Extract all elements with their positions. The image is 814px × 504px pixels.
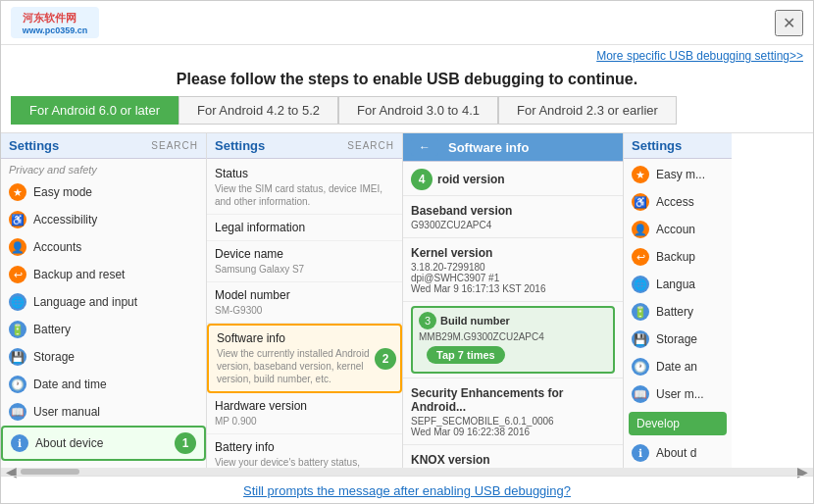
main-window: 河东软件网 www.pc0359.cn ✕ More specific USB … bbox=[0, 0, 814, 504]
col2-device-name[interactable]: Device name Samsung Galaxy S7 bbox=[207, 241, 402, 282]
scrollbar-thumb bbox=[21, 469, 79, 475]
col1-settings: Settings SEARCH Privacy and safety ★ Eas… bbox=[1, 133, 207, 468]
about-label: About device bbox=[35, 436, 168, 450]
col2-hardware-val: MP 0.900 bbox=[215, 415, 394, 428]
step4-row: 4 roid version bbox=[403, 164, 623, 192]
col3-list: 4 roid version Baseband version G9300ZCU… bbox=[403, 162, 623, 468]
col2-status-title: Status bbox=[215, 167, 394, 180]
col2-software-info[interactable]: Software info View the currently install… bbox=[207, 324, 402, 393]
backup-icon: ↩ bbox=[9, 266, 26, 283]
col4-battery[interactable]: 🔋 Battery bbox=[624, 298, 732, 326]
col4-date-icon: 🕐 bbox=[632, 358, 649, 376]
storage-icon: 💾 bbox=[9, 348, 26, 366]
kernel-title: Kernel version bbox=[403, 241, 623, 262]
accounts-icon: 👤 bbox=[9, 238, 26, 256]
accessibility-label: Accessibility bbox=[33, 213, 198, 227]
android-version-title: roid version bbox=[437, 173, 505, 186]
col1-search[interactable]: SEARCH bbox=[151, 140, 198, 151]
col2-model[interactable]: Model number SM-G9300 bbox=[207, 282, 402, 324]
datetime-label: Date and time bbox=[33, 378, 198, 391]
col2-battery-desc: View your device's battery status, remai… bbox=[215, 456, 394, 468]
col4-title: Settings bbox=[632, 138, 682, 153]
tab-android-6[interactable]: For Android 6.0 or later bbox=[11, 96, 178, 125]
list-item-usermanual[interactable]: 📖 User manual bbox=[1, 398, 206, 426]
col4-storage-label: Storage bbox=[656, 332, 724, 346]
col4-accounts[interactable]: 👤 Accoun bbox=[624, 216, 732, 243]
col4-date[interactable]: 🕐 Date an bbox=[624, 353, 732, 380]
col2-search[interactable]: SEARCH bbox=[347, 140, 394, 151]
col2-status[interactable]: Status View the SIM card status, device … bbox=[207, 161, 402, 215]
col2-header: Settings SEARCH bbox=[207, 133, 402, 159]
bottom-debug-link[interactable]: Still prompts the message after enabling… bbox=[1, 476, 813, 503]
col2-list: Status View the SIM card status, device … bbox=[207, 159, 402, 468]
titlebar: 河东软件网 www.pc0359.cn ✕ bbox=[1, 1, 813, 45]
list-item-backup[interactable]: ↩ Backup and reset bbox=[1, 261, 206, 288]
scrollbar-track[interactable] bbox=[21, 469, 793, 475]
divider1 bbox=[403, 195, 623, 196]
step1-badge: 1 bbox=[175, 432, 196, 454]
backup-label: Backup and reset bbox=[33, 268, 198, 281]
col2-status-desc: View the SIM card status, device IMEI, a… bbox=[215, 182, 394, 208]
col4-storage[interactable]: 💾 Storage bbox=[624, 326, 732, 353]
col4-about-icon: ℹ bbox=[632, 444, 649, 462]
tab-android-3[interactable]: For Android 3.0 to 4.1 bbox=[338, 96, 498, 125]
col4-backup-icon: ↩ bbox=[632, 248, 649, 266]
col4-lang-icon: 🌐 bbox=[632, 276, 649, 293]
columns-area: Settings SEARCH Privacy and safety ★ Eas… bbox=[1, 132, 813, 468]
build-header: 3 Build number bbox=[419, 312, 607, 329]
col4-user-label: User m... bbox=[656, 387, 724, 401]
list-item-accounts[interactable]: 👤 Accounts bbox=[1, 233, 206, 261]
easy-mode-label: Easy mode bbox=[33, 185, 198, 199]
col1-header: Settings SEARCH bbox=[1, 133, 206, 159]
tap7-badge: Tap 7 times bbox=[427, 346, 505, 364]
col4-list: ★ Easy m... ♿ Access 👤 Accoun ↩ Backup 🌐 bbox=[624, 159, 732, 468]
back-button[interactable]: ← bbox=[411, 138, 438, 156]
list-item-language[interactable]: 🌐 Language and input bbox=[1, 288, 206, 316]
knox-title: KNOX version bbox=[403, 448, 623, 468]
col4-about[interactable]: ℹ About d bbox=[624, 439, 732, 467]
col4-lang[interactable]: 🌐 Langua bbox=[624, 271, 732, 298]
col4-storage-icon: 💾 bbox=[632, 330, 649, 348]
list-item-storage[interactable]: 💾 Storage bbox=[1, 343, 206, 371]
tabs-row: For Android 6.0 or later For Android 4.2… bbox=[1, 96, 813, 132]
col4-access-label: Access bbox=[656, 195, 724, 209]
usermanual-label: User manual bbox=[33, 405, 198, 419]
list-item-easy-mode[interactable]: ★ Easy mode bbox=[1, 178, 206, 206]
col2-legal-title: Legal information bbox=[215, 221, 394, 234]
usb-debugging-link[interactable]: More specific USB debugging setting>> bbox=[1, 45, 813, 65]
tab-android-4[interactable]: For Android 4.2 to 5.2 bbox=[178, 96, 338, 125]
build-val: MMB29M.G9300ZCU2APC4 bbox=[419, 331, 607, 342]
col4-battery-icon: 🔋 bbox=[632, 303, 649, 321]
list-item-accessibility[interactable]: ♿ Accessibility bbox=[1, 206, 206, 233]
col2-battery-info[interactable]: Battery info View your device's battery … bbox=[207, 434, 402, 468]
col2-hardware[interactable]: Hardware version MP 0.900 bbox=[207, 393, 402, 434]
close-button[interactable]: ✕ bbox=[775, 10, 803, 36]
step2-badge: 2 bbox=[375, 348, 396, 370]
baseband-title: Baseband version bbox=[403, 199, 623, 220]
col4-user[interactable]: 📖 User m... bbox=[624, 380, 732, 408]
col1-title: Settings bbox=[9, 138, 59, 153]
accounts-label: Accounts bbox=[33, 240, 198, 254]
logo: 河东软件网 www.pc0359.cn bbox=[11, 7, 99, 38]
list-item-datetime[interactable]: 🕐 Date and time bbox=[1, 371, 206, 398]
col4-access[interactable]: ♿ Access bbox=[624, 188, 732, 216]
tab-android-2[interactable]: For Android 2.3 or earlier bbox=[498, 96, 677, 125]
col2-battery-title: Battery info bbox=[215, 440, 394, 454]
divider5 bbox=[403, 444, 623, 445]
language-label: Language and input bbox=[33, 295, 198, 309]
col2-title: Settings bbox=[215, 138, 265, 153]
col2-software-desc: View the currently installed Android ver… bbox=[217, 347, 373, 385]
main-title: Please follow the steps to enable USB de… bbox=[1, 65, 813, 96]
col4-easy[interactable]: ★ Easy m... bbox=[624, 161, 732, 188]
col4-backup[interactable]: ↩ Backup bbox=[624, 243, 732, 271]
col2-legal[interactable]: Legal information bbox=[207, 215, 402, 241]
list-item-about[interactable]: ℹ About device 1 bbox=[1, 426, 206, 461]
col4-battery-label: Battery bbox=[656, 305, 724, 319]
divider3 bbox=[403, 301, 623, 302]
baseband-val: G9300ZCU2APC4 bbox=[403, 220, 623, 234]
col2-device-name-val: Samsung Galaxy S7 bbox=[215, 263, 394, 276]
kernel-val: 3.18.20-7299180 dpi@SWHC3907 #1 Wed Mar … bbox=[403, 262, 623, 298]
divider2 bbox=[403, 237, 623, 238]
col4-developer[interactable]: Develop bbox=[629, 412, 727, 435]
list-item-battery[interactable]: 🔋 Battery bbox=[1, 316, 206, 343]
